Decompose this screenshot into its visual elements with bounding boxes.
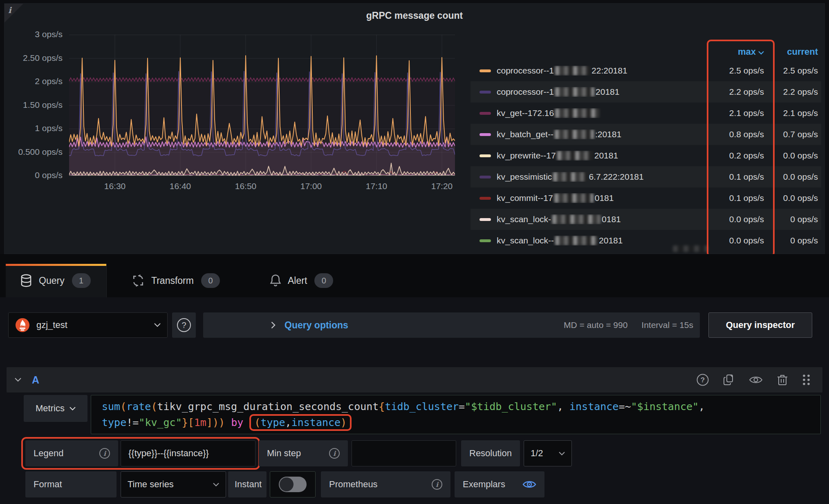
legend-row[interactable]: kv_pessimistic6.7.222:201810.1 ops/s0.0 … xyxy=(471,166,821,187)
query-options-bar[interactable]: Query options MD = auto = 990 Interval =… xyxy=(203,312,700,338)
info-icon[interactable]: i xyxy=(432,479,442,490)
toggle-knob xyxy=(280,477,294,491)
x-tick-label: 17:00 xyxy=(289,181,334,191)
series-current-value: 2.2 ops/s xyxy=(764,87,821,97)
series-max-value: 0.1 ops/s xyxy=(703,193,764,203)
series-name[interactable]: kv_batch_get--:20181 xyxy=(497,129,703,139)
series-current-value: 0.0 ops/s xyxy=(764,193,821,203)
tab-query-count: 1 xyxy=(72,273,91,288)
code-token: ( xyxy=(120,401,126,413)
code-token: instance xyxy=(569,401,618,413)
chevron-down-icon xyxy=(207,483,219,486)
format-select[interactable]: Time series xyxy=(121,471,226,497)
series-name[interactable]: kv_commit--170181 xyxy=(497,193,703,203)
code-token: 1m xyxy=(194,417,206,428)
legend-row[interactable]: kv_get--172.162.1 ops/s2.1 ops/s xyxy=(471,103,821,124)
info-icon[interactable]: i xyxy=(99,448,110,459)
legend-row[interactable]: kv_scan_lock-01810.0 ops/s0 ops/s xyxy=(471,209,821,230)
code-token: )) xyxy=(213,417,225,428)
tab-query[interactable]: Query 1 xyxy=(6,264,107,297)
prometheus-type-label: Prometheus i xyxy=(321,471,450,497)
tab-transform[interactable]: Transform 0 xyxy=(132,264,220,297)
database-icon xyxy=(20,274,32,287)
datasource-name: gzj_test xyxy=(36,320,154,330)
collapse-chevron-icon[interactable] xyxy=(15,378,21,382)
max-data-points-stat: MD = auto = 990 xyxy=(564,320,627,330)
tab-alert-label: Alert xyxy=(288,275,307,286)
redacted-address xyxy=(553,172,587,182)
series-name[interactable]: kv_scan_lock-0181 xyxy=(497,214,703,224)
code-token: type xyxy=(102,417,126,428)
promql-line-1: sum(rate(tikv_grpc_msg_duration_seconds_… xyxy=(102,399,820,415)
resolution-label: Resolution xyxy=(461,440,520,466)
duplicate-icon[interactable] xyxy=(723,374,735,386)
legend-sort-current[interactable]: current xyxy=(764,47,821,57)
min-step-label: Min step i xyxy=(259,440,348,466)
query-options-label: Query options xyxy=(285,320,564,331)
trash-icon[interactable] xyxy=(777,374,788,386)
legend-row[interactable]: kv_scan_lock--201810.0 ops/s0 ops/s xyxy=(471,230,821,251)
series-name[interactable]: kv_scan_lock--20181 xyxy=(497,236,703,245)
panel-title[interactable]: gRPC message count xyxy=(4,10,825,21)
tab-alert[interactable]: Alert 0 xyxy=(270,264,333,297)
min-step-input[interactable] xyxy=(352,440,456,466)
series-name[interactable]: kv_get--172.16 xyxy=(497,108,703,118)
legend-row[interactable]: coprocessor--1201812.2 ops/s2.2 ops/s xyxy=(471,81,821,103)
query-row-header[interactable]: A ? xyxy=(7,367,822,392)
series-color-swatch xyxy=(479,69,491,72)
code-token: "$tidb_cluster" xyxy=(465,401,557,413)
series-current-value: 0.7 ops/s xyxy=(764,129,821,139)
drag-handle-icon[interactable] xyxy=(802,374,811,386)
legend-row-partial xyxy=(673,245,708,252)
code-token: "kv_gc" xyxy=(139,417,181,428)
series-color-swatch xyxy=(479,176,491,178)
legend-row[interactable]: kv_prewrite--17201810.2 ops/s0.0 ops/s xyxy=(471,145,821,166)
series-name[interactable]: kv_prewrite--1720181 xyxy=(497,151,703,161)
query-inspector-button[interactable]: Query inspector xyxy=(708,312,812,338)
x-tick-label: 16:30 xyxy=(92,181,137,191)
series-color-swatch xyxy=(479,112,491,115)
redacted-address xyxy=(555,129,594,139)
instant-toggle[interactable] xyxy=(270,471,316,497)
legend-format-input[interactable]: {{type}}--{{instance}} xyxy=(121,440,255,466)
annotation-ring-by-clause: (type,instance) xyxy=(249,414,352,431)
redacted-address xyxy=(555,108,599,118)
series-max-value: 2.2 ops/s xyxy=(703,87,764,97)
editor-tabstrip: Query 1 Transform 0 xyxy=(0,254,829,297)
redacted-address xyxy=(555,87,594,97)
code-token: rate xyxy=(126,401,151,413)
legend-row[interactable]: coprocessor--122:201812.5 ops/s2.5 ops/s xyxy=(471,60,821,81)
resolution-select[interactable]: 1/2 xyxy=(524,440,572,466)
code-token: [ xyxy=(188,417,194,428)
legend-sort-max[interactable]: max xyxy=(703,47,764,57)
legend-row[interactable]: kv_commit--1701810.1 ops/s0.0 ops/s xyxy=(471,187,821,209)
redacted-address xyxy=(555,236,598,245)
redacted-address xyxy=(555,66,590,76)
help-circle-icon[interactable]: ? xyxy=(697,374,709,386)
datasource-help-button[interactable]: ? xyxy=(172,312,196,338)
info-icon[interactable]: i xyxy=(329,448,340,459)
eye-icon[interactable] xyxy=(749,375,763,385)
exemplars-eye-icon[interactable] xyxy=(522,479,536,489)
x-tick-label: 16:50 xyxy=(223,181,268,191)
y-tick-label: 0.500 ops/s xyxy=(5,147,63,157)
y-tick-label: 0 ops/s xyxy=(5,170,63,180)
format-label: Format xyxy=(25,471,117,497)
metrics-label: Metrics xyxy=(36,403,65,414)
code-token: , xyxy=(285,417,291,428)
series-color-swatch xyxy=(479,197,491,200)
metrics-dropdown-button[interactable]: Metrics xyxy=(24,395,87,422)
exemplars-field: Exemplars xyxy=(455,471,544,497)
time-series-chart[interactable] xyxy=(69,35,455,176)
y-tick-label: 2.50 ops/s xyxy=(5,53,63,63)
redacted-address xyxy=(557,151,593,161)
y-tick-label: 3 ops/s xyxy=(5,29,63,39)
series-name[interactable]: coprocessor--120181 xyxy=(497,87,703,97)
code-token: tidb_cluster xyxy=(385,401,459,413)
datasource-picker[interactable]: gzj_test xyxy=(8,312,168,338)
legend-row[interactable]: kv_batch_get--:201810.8 ops/s0.7 ops/s xyxy=(471,124,821,145)
promql-editor[interactable]: sum(rate(tikv_grpc_msg_duration_seconds_… xyxy=(91,395,821,434)
series-name[interactable]: kv_pessimistic6.7.222:20181 xyxy=(497,172,703,182)
series-name[interactable]: coprocessor--122:20181 xyxy=(497,66,703,76)
series-color-swatch xyxy=(479,133,491,136)
